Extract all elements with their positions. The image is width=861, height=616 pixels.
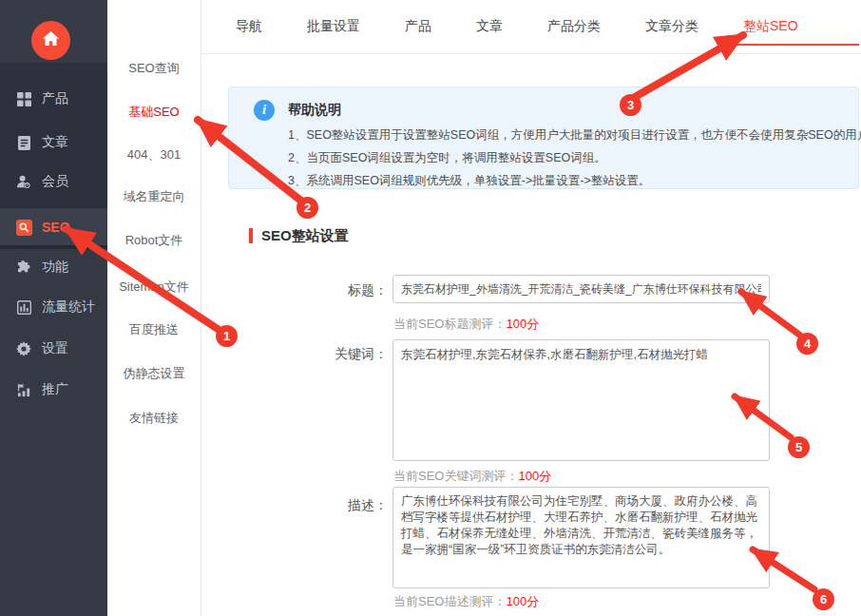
main-sidebar: 产品 文章 会员 SEO 功能 流量统计 设置 <box>0 0 107 616</box>
puzzle-icon <box>15 260 32 275</box>
submenu-item-seo-query[interactable]: SEO查询 <box>107 60 201 77</box>
seo-keywords-textarea[interactable]: 东莞石材护理,东莞石材保养,水磨石翻新护理,石材抛光打蜡 <box>392 339 770 461</box>
sidebar-item-promotion[interactable]: 推广 <box>0 375 107 404</box>
seo-search-icon <box>15 220 32 236</box>
active-tab-underline <box>730 44 859 46</box>
submenu-item-baidu-push[interactable]: 百度推送 <box>107 321 201 338</box>
tab-article-categories[interactable]: 文章分类 <box>645 18 698 35</box>
sidebar-item-label: 功能 <box>42 259 68 276</box>
submenu-item-robot-file[interactable]: Robot文件 <box>107 232 201 249</box>
keywords-score-label: 当前SEO关键词测评： <box>393 469 518 483</box>
help-title: 帮助说明 <box>288 102 341 119</box>
sidebar-item-label: 文章 <box>42 134 68 151</box>
bar-chart-icon <box>15 300 32 315</box>
keywords-score-value: 100分 <box>518 469 551 483</box>
submenu-item-sitemap-file[interactable]: Sitemap文件 <box>107 279 201 296</box>
sidebar-item-label: 会员 <box>42 173 68 190</box>
seo-submenu: SEO查询 基础SEO 404、301 域名重定向 Robot文件 Sitema… <box>107 0 201 616</box>
seo-settings-page: { "colors": { "accent_red": "#f0392b", "… <box>0 0 861 616</box>
title-score-label: 当前SEO标题测评： <box>393 317 506 331</box>
submenu-item-basic-seo[interactable]: 基础SEO <box>107 104 201 121</box>
document-icon <box>15 136 32 150</box>
title-score-value: 100分 <box>506 317 539 331</box>
sidebar-item-label: SEO <box>42 220 70 235</box>
home-button[interactable] <box>31 21 70 60</box>
sidebar-divider <box>0 245 107 249</box>
sidebar-item-articles[interactable]: 文章 <box>0 128 107 157</box>
member-icon <box>15 175 32 189</box>
help-line-1: 1、SEO整站设置用于设置整站SEO词组，方便用户大批量的对项目进行设置，也方便… <box>288 127 861 144</box>
help-line-3: 3、系统调用SEO词组规则优先级，单独设置->批量设置->整站设置。 <box>288 173 650 189</box>
help-line-2: 2、当页面SEO词组设置为空时，将调用整站设置SEO词组。 <box>288 150 606 166</box>
sidebar-item-label: 设置 <box>42 340 68 357</box>
gear-icon <box>15 341 32 356</box>
submenu-item-pseudo-static[interactable]: 伪静态设置 <box>107 365 201 382</box>
home-icon <box>42 30 60 50</box>
keywords-label: 关键词： <box>293 346 388 363</box>
info-icon: i <box>254 100 275 121</box>
title-score: 当前SEO标题测评：100分 <box>393 316 539 333</box>
sidebar-item-seo[interactable]: SEO <box>0 213 107 241</box>
sidebar-header <box>0 0 107 63</box>
tab-batch-settings[interactable]: 批量设置 <box>307 18 360 35</box>
main-content: 导航 批量设置 产品 文章 产品分类 文章分类 整站SEO i 帮助说明 1、S… <box>201 0 861 616</box>
sidebar-item-members[interactable]: 会员 <box>0 167 107 196</box>
tab-products[interactable]: 产品 <box>405 18 431 35</box>
sidebar-item-features[interactable]: 功能 <box>0 253 107 281</box>
sidebar-item-settings[interactable]: 设置 <box>0 335 107 363</box>
sidebar-item-label: 推广 <box>42 381 68 398</box>
tab-articles[interactable]: 文章 <box>476 18 503 35</box>
grid-icon <box>15 92 32 106</box>
section-title: SEO整站设置 <box>261 227 349 245</box>
seo-title-input[interactable] <box>392 275 770 303</box>
submenu-item-friend-links[interactable]: 友情链接 <box>107 410 201 427</box>
tab-product-categories[interactable]: 产品分类 <box>547 18 601 35</box>
submenu-item-domain-redirect[interactable]: 域名重定向 <box>107 188 201 205</box>
tab-site-seo[interactable]: 整站SEO <box>743 18 798 35</box>
submenu-item-404-301[interactable]: 404、301 <box>107 146 201 164</box>
section-accent-bar <box>249 228 253 243</box>
description-label: 描述： <box>293 497 388 514</box>
sidebar-item-label: 产品 <box>42 90 68 107</box>
tab-bar: 导航 批量设置 产品 文章 产品分类 文章分类 整站SEO <box>201 0 861 54</box>
sidebar-item-traffic-stats[interactable]: 流量统计 <box>0 293 107 321</box>
description-score: 当前SEO描述测评：100分 <box>393 593 539 610</box>
promotion-chart-icon <box>15 383 32 397</box>
sidebar-item-label: 流量统计 <box>42 298 95 316</box>
help-box: i 帮助说明 1、SEO整站设置用于设置整站SEO词组，方便用户大批量的对项目进… <box>228 87 859 189</box>
description-score-label: 当前SEO描述测评： <box>393 594 506 608</box>
tab-nav[interactable]: 导航 <box>236 18 262 35</box>
title-label: 标题： <box>293 282 388 299</box>
keywords-score: 当前SEO关键词测评：100分 <box>393 468 551 485</box>
seo-description-textarea[interactable]: 广东博仕环保科技有限公司为住宅别墅、商场大厦、政府办公楼、高档写字楼等提供石材护… <box>392 487 770 588</box>
description-score-value: 100分 <box>506 594 539 608</box>
sidebar-item-products[interactable]: 产品 <box>0 85 107 113</box>
